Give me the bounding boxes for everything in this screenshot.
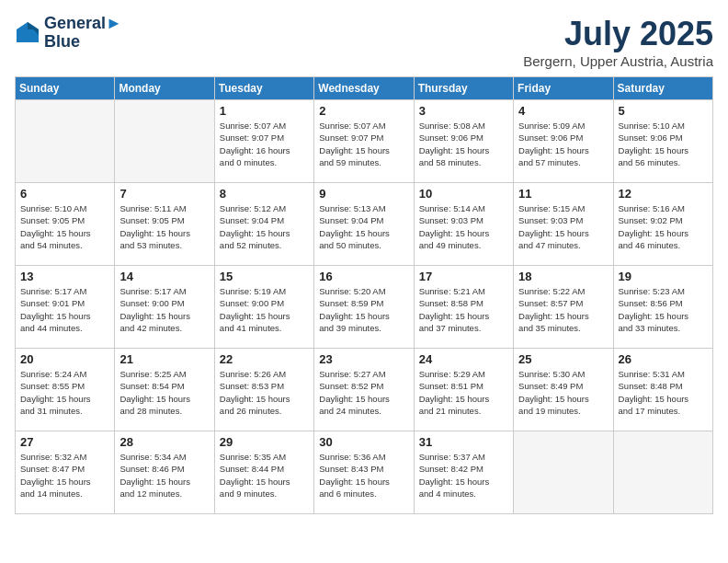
day-detail: Sunrise: 5:07 AMSunset: 9:07 PMDaylight:… [220, 120, 309, 168]
calendar-week-5: 27Sunrise: 5:32 AMSunset: 8:47 PMDayligh… [16, 431, 713, 514]
calendar-cell: 21Sunrise: 5:25 AMSunset: 8:54 PMDayligh… [115, 349, 214, 431]
svg-marker-1 [28, 22, 39, 29]
weekday-header-wednesday: Wednesday [314, 77, 414, 100]
calendar-cell [16, 100, 115, 183]
day-detail: Sunrise: 5:19 AMSunset: 9:00 PMDaylight:… [220, 285, 309, 334]
day-number: 15 [220, 270, 309, 283]
day-number: 4 [518, 104, 608, 118]
calendar-cell: 8Sunrise: 5:12 AMSunset: 9:04 PMDaylight… [214, 183, 313, 266]
month-title: July 2025 [523, 15, 713, 53]
day-detail: Sunrise: 5:14 AMSunset: 9:03 PMDaylight:… [419, 202, 508, 251]
day-detail: Sunrise: 5:15 AMSunset: 9:03 PMDaylight:… [518, 202, 608, 251]
day-number: 7 [119, 187, 209, 201]
weekday-header-row: SundayMondayTuesdayWednesdayThursdayFrid… [16, 77, 713, 100]
day-number: 21 [119, 352, 209, 366]
day-detail: Sunrise: 5:16 AMSunset: 9:02 PMDaylight:… [619, 202, 708, 251]
day-number: 13 [20, 270, 109, 283]
day-number: 14 [119, 270, 209, 283]
day-number: 2 [319, 104, 408, 118]
calendar-week-4: 20Sunrise: 5:24 AMSunset: 8:55 PMDayligh… [16, 349, 713, 431]
day-number: 1 [220, 104, 309, 118]
day-detail: Sunrise: 5:25 AMSunset: 8:54 PMDaylight:… [119, 368, 209, 417]
day-detail: Sunrise: 5:22 AMSunset: 8:57 PMDaylight:… [518, 285, 608, 334]
calendar-cell: 16Sunrise: 5:20 AMSunset: 8:59 PMDayligh… [314, 266, 414, 349]
calendar-week-1: 1Sunrise: 5:07 AMSunset: 9:07 PMDaylight… [16, 100, 713, 183]
day-detail: Sunrise: 5:36 AMSunset: 8:43 PMDaylight:… [319, 451, 408, 500]
day-number: 17 [419, 270, 508, 283]
day-number: 5 [619, 104, 708, 118]
day-detail: Sunrise: 5:34 AMSunset: 8:46 PMDaylight:… [119, 451, 209, 500]
day-number: 19 [619, 270, 708, 283]
day-detail: Sunrise: 5:29 AMSunset: 8:51 PMDaylight:… [419, 368, 508, 417]
day-detail: Sunrise: 5:07 AMSunset: 9:07 PMDaylight:… [319, 120, 408, 168]
location: Bergern, Upper Austria, Austria [523, 53, 713, 69]
day-detail: Sunrise: 5:32 AMSunset: 8:47 PMDaylight:… [20, 451, 109, 500]
day-detail: Sunrise: 5:21 AMSunset: 8:58 PMDaylight:… [419, 285, 508, 334]
page-header: General► Blue July 2025 Bergern, Upper A… [15, 15, 713, 69]
calendar-cell: 28Sunrise: 5:34 AMSunset: 8:46 PMDayligh… [115, 431, 214, 514]
calendar-cell: 18Sunrise: 5:22 AMSunset: 8:57 PMDayligh… [514, 266, 613, 349]
day-detail: Sunrise: 5:20 AMSunset: 8:59 PMDaylight:… [319, 285, 408, 334]
day-detail: Sunrise: 5:30 AMSunset: 8:49 PMDaylight:… [518, 368, 608, 417]
day-number: 16 [319, 270, 408, 283]
calendar-cell: 10Sunrise: 5:14 AMSunset: 9:03 PMDayligh… [414, 183, 513, 266]
day-detail: Sunrise: 5:09 AMSunset: 9:06 PMDaylight:… [518, 120, 608, 168]
day-detail: Sunrise: 5:24 AMSunset: 8:55 PMDaylight:… [20, 368, 109, 417]
calendar-cell [613, 431, 712, 514]
day-detail: Sunrise: 5:10 AMSunset: 9:06 PMDaylight:… [619, 120, 708, 168]
calendar-cell: 25Sunrise: 5:30 AMSunset: 8:49 PMDayligh… [514, 349, 613, 431]
calendar-cell: 19Sunrise: 5:23 AMSunset: 8:56 PMDayligh… [613, 266, 712, 349]
calendar-cell: 27Sunrise: 5:32 AMSunset: 8:47 PMDayligh… [16, 431, 115, 514]
calendar-cell: 5Sunrise: 5:10 AMSunset: 9:06 PMDaylight… [613, 100, 712, 183]
day-number: 29 [220, 435, 309, 449]
logo: General► Blue [15, 15, 122, 52]
day-number: 24 [419, 352, 508, 366]
day-detail: Sunrise: 5:27 AMSunset: 8:52 PMDaylight:… [319, 368, 408, 417]
day-detail: Sunrise: 5:35 AMSunset: 8:44 PMDaylight:… [220, 451, 309, 500]
calendar-cell [115, 100, 214, 183]
calendar-cell: 6Sunrise: 5:10 AMSunset: 9:05 PMDaylight… [16, 183, 115, 266]
day-number: 8 [220, 187, 309, 201]
logo-icon [15, 20, 40, 46]
day-detail: Sunrise: 5:12 AMSunset: 9:04 PMDaylight:… [220, 202, 309, 251]
day-number: 30 [319, 435, 408, 449]
calendar-cell: 24Sunrise: 5:29 AMSunset: 8:51 PMDayligh… [414, 349, 513, 431]
title-block: July 2025 Bergern, Upper Austria, Austri… [523, 15, 713, 69]
calendar-cell: 29Sunrise: 5:35 AMSunset: 8:44 PMDayligh… [214, 431, 313, 514]
day-number: 28 [119, 435, 209, 449]
day-detail: Sunrise: 5:31 AMSunset: 8:48 PMDaylight:… [619, 368, 708, 417]
day-detail: Sunrise: 5:26 AMSunset: 8:53 PMDaylight:… [220, 368, 309, 417]
day-number: 20 [20, 352, 109, 366]
calendar-cell: 2Sunrise: 5:07 AMSunset: 9:07 PMDaylight… [314, 100, 414, 183]
day-detail: Sunrise: 5:10 AMSunset: 9:05 PMDaylight:… [20, 202, 109, 251]
calendar-cell: 22Sunrise: 5:26 AMSunset: 8:53 PMDayligh… [214, 349, 313, 431]
day-detail: Sunrise: 5:11 AMSunset: 9:05 PMDaylight:… [119, 202, 209, 251]
calendar-cell: 4Sunrise: 5:09 AMSunset: 9:06 PMDaylight… [514, 100, 613, 183]
day-number: 23 [319, 352, 408, 366]
calendar-cell: 14Sunrise: 5:17 AMSunset: 9:00 PMDayligh… [115, 266, 214, 349]
day-detail: Sunrise: 5:37 AMSunset: 8:42 PMDaylight:… [419, 451, 508, 500]
calendar-cell: 30Sunrise: 5:36 AMSunset: 8:43 PMDayligh… [314, 431, 414, 514]
day-detail: Sunrise: 5:13 AMSunset: 9:04 PMDaylight:… [319, 202, 408, 251]
day-number: 9 [319, 187, 408, 201]
calendar-cell: 7Sunrise: 5:11 AMSunset: 9:05 PMDaylight… [115, 183, 214, 266]
weekday-header-sunday: Sunday [16, 77, 115, 100]
day-detail: Sunrise: 5:17 AMSunset: 9:01 PMDaylight:… [20, 285, 109, 334]
calendar-cell: 17Sunrise: 5:21 AMSunset: 8:58 PMDayligh… [414, 266, 513, 349]
weekday-header-friday: Friday [514, 77, 613, 100]
calendar-cell: 12Sunrise: 5:16 AMSunset: 9:02 PMDayligh… [613, 183, 712, 266]
weekday-header-thursday: Thursday [414, 77, 513, 100]
day-number: 22 [220, 352, 309, 366]
weekday-header-monday: Monday [115, 77, 214, 100]
calendar-cell: 20Sunrise: 5:24 AMSunset: 8:55 PMDayligh… [16, 349, 115, 431]
calendar-cell: 15Sunrise: 5:19 AMSunset: 9:00 PMDayligh… [214, 266, 313, 349]
day-number: 10 [419, 187, 508, 201]
calendar-cell: 1Sunrise: 5:07 AMSunset: 9:07 PMDaylight… [214, 100, 313, 183]
day-number: 26 [619, 352, 708, 366]
weekday-header-tuesday: Tuesday [214, 77, 313, 100]
calendar-cell: 13Sunrise: 5:17 AMSunset: 9:01 PMDayligh… [16, 266, 115, 349]
day-number: 12 [619, 187, 708, 201]
calendar-cell: 3Sunrise: 5:08 AMSunset: 9:06 PMDaylight… [414, 100, 513, 183]
day-number: 25 [518, 352, 608, 366]
calendar-cell: 26Sunrise: 5:31 AMSunset: 8:48 PMDayligh… [613, 349, 712, 431]
